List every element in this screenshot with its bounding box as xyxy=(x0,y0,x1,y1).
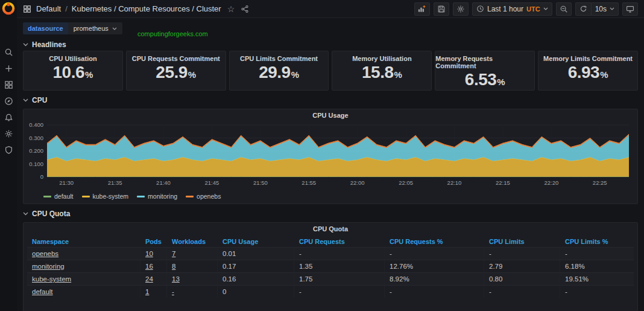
table-cell: 6.18% xyxy=(560,260,634,272)
zoom-out-time-button[interactable] xyxy=(556,2,572,16)
table-cell[interactable]: 10 xyxy=(140,248,167,260)
table-cell[interactable]: 13 xyxy=(167,273,218,285)
stat-value: 6.53% xyxy=(465,70,505,89)
svg-text:21:50: 21:50 xyxy=(253,179,268,186)
cpu-usage-panel-title[interactable]: CPU Usage xyxy=(27,112,634,121)
table-cell[interactable]: - xyxy=(167,286,218,298)
stat-title: Memory Limits Commitment xyxy=(543,55,633,62)
table-cell: 0.80 xyxy=(484,273,560,285)
stat-value: 25.9% xyxy=(156,63,196,82)
legend-item-openebs[interactable]: openebs xyxy=(186,193,221,200)
cycle-view-mode-button[interactable] xyxy=(622,2,638,16)
column-header-cpu-limits-[interactable]: CPU Limits % xyxy=(560,238,634,245)
cpu-usage-chart[interactable]: 00.1000.2000.3000.40021:3021:3521:4021:4… xyxy=(27,121,633,189)
table-cell: 8.92% xyxy=(385,273,484,285)
section-header-cpu-quota[interactable]: CPU Quota xyxy=(23,207,638,220)
svg-text:0.200: 0.200 xyxy=(29,147,43,154)
star-icon[interactable]: ☆ xyxy=(227,5,235,13)
column-header-cpu-requests[interactable]: CPU Requests xyxy=(294,238,385,245)
time-range-label: Last 1 hour xyxy=(487,5,523,13)
grafana-logo[interactable] xyxy=(2,2,15,15)
svg-text:22:10: 22:10 xyxy=(447,179,462,186)
chevron-down-icon xyxy=(543,7,548,10)
alerting-bell-icon[interactable] xyxy=(4,113,13,122)
svg-text:0.400: 0.400 xyxy=(29,121,43,128)
table-cell: - xyxy=(484,248,560,260)
table-cell[interactable]: 8 xyxy=(167,260,218,272)
legend-item-kube-system[interactable]: kube-system xyxy=(82,193,129,200)
table-row-openebs: openebs1070.01---- xyxy=(27,247,634,260)
section-header-headlines[interactable]: Headlines xyxy=(23,38,638,51)
breadcrumb-dashboard-title[interactable]: Kubernetes / Compute Resources / Cluster xyxy=(72,4,221,13)
datasource-variable-value[interactable]: prometheus xyxy=(68,22,122,34)
column-header-cpu-limits[interactable]: CPU Limits xyxy=(484,238,560,245)
stat-panel-cpu-utilisation[interactable]: CPU Utilisation 10.6% xyxy=(23,51,123,91)
legend-item-monitoring[interactable]: monitoring xyxy=(137,193,177,200)
table-cell[interactable]: 16 xyxy=(140,260,167,272)
toolbar: Last 1 hour UTC 10s xyxy=(414,2,638,16)
stat-value: 10.6% xyxy=(52,63,93,82)
table-cell: 2.79 xyxy=(484,260,560,272)
dashboard-grid-icon[interactable] xyxy=(23,5,31,13)
svg-text:21:35: 21:35 xyxy=(108,179,122,186)
dashboards-icon[interactable] xyxy=(4,80,13,89)
stat-panel-memory-utilisation[interactable]: Memory Utilisation 15.8% xyxy=(332,51,432,91)
table-cell: 0.16 xyxy=(218,273,294,285)
stat-panel-cpu-limits-commitment[interactable]: CPU Limits Commitment 29.9% xyxy=(229,51,329,91)
share-icon[interactable] xyxy=(241,5,249,13)
svg-text:21:40: 21:40 xyxy=(156,179,171,186)
column-header-cpu-usage[interactable]: CPU Usage xyxy=(218,238,294,245)
svg-text:21:55: 21:55 xyxy=(301,179,316,186)
svg-text:22:05: 22:05 xyxy=(399,179,413,186)
breadcrumb-folder[interactable]: Default xyxy=(36,4,61,13)
table-header-row: NamespacePodsWorkloadsCPU UsageCPU Reque… xyxy=(27,236,634,247)
clock-icon xyxy=(476,5,484,13)
svg-text:22:20: 22:20 xyxy=(544,179,558,186)
table-cell[interactable]: monitoring xyxy=(27,260,140,272)
svg-text:22:15: 22:15 xyxy=(496,179,510,186)
column-header-pods[interactable]: Pods xyxy=(140,238,167,245)
cpu-quota-panel: CPU Quota NamespacePodsWorkloadsCPU Usag… xyxy=(23,222,638,311)
legend-item-default[interactable]: default xyxy=(43,193,74,200)
table-cell[interactable]: kube-system xyxy=(27,273,140,285)
column-header-workloads[interactable]: Workloads xyxy=(167,238,218,245)
section-header-cpu[interactable]: CPU xyxy=(23,94,638,106)
table-cell[interactable]: 7 xyxy=(167,248,218,260)
refresh-group: 10s xyxy=(575,2,619,16)
stat-panel-memory-requests-commitment[interactable]: Memory Requests Commitment 6.53% xyxy=(435,51,535,91)
refresh-button[interactable] xyxy=(575,2,591,16)
save-dashboard-button[interactable] xyxy=(434,2,449,16)
table-cell[interactable]: 1 xyxy=(140,286,167,298)
server-admin-shield-icon[interactable] xyxy=(4,146,13,155)
configuration-gear-icon[interactable] xyxy=(4,129,13,138)
column-header-cpu-requests-[interactable]: CPU Requests % xyxy=(385,238,484,245)
time-range-picker[interactable]: Last 1 hour UTC xyxy=(472,2,552,16)
table-cell: 19.51% xyxy=(560,273,634,285)
cpu-quota-panel-title[interactable]: CPU Quota xyxy=(27,225,634,235)
refresh-interval-picker[interactable]: 10s xyxy=(591,2,619,16)
dashboard-submenu: datasource prometheus xyxy=(17,18,644,37)
explore-compass-icon[interactable] xyxy=(4,97,13,106)
add-panel-button[interactable] xyxy=(414,2,430,16)
stat-title: CPU Requests Commitment xyxy=(132,55,220,62)
svg-text:22:25: 22:25 xyxy=(593,179,607,186)
cpu-usage-panel: CPU Usage 00.1000.2000.3000.40021:3021:3… xyxy=(23,109,638,204)
table-row-monitoring: monitoring1680.171.3512.76%2.796.18% xyxy=(27,260,634,272)
svg-text:0.300: 0.300 xyxy=(29,135,43,141)
headline-stats-row: CPU Utilisation 10.6% CPU Requests Commi… xyxy=(23,51,638,91)
chevron-down-icon xyxy=(112,27,117,30)
table-cell[interactable]: 24 xyxy=(140,273,167,285)
table-cell[interactable]: default xyxy=(27,286,140,298)
stat-value: 6.93% xyxy=(568,63,608,82)
column-header-namespace[interactable]: Namespace xyxy=(27,238,140,245)
create-plus-icon[interactable] xyxy=(4,64,13,73)
svg-text:22:00: 22:00 xyxy=(350,179,365,186)
dashboard-settings-button[interactable] xyxy=(453,2,469,16)
search-icon[interactable] xyxy=(4,48,13,57)
legend-label: monitoring xyxy=(148,193,177,200)
table-cell[interactable]: openebs xyxy=(27,248,140,260)
stat-panel-cpu-requests-commitment[interactable]: CPU Requests Commitment 25.9% xyxy=(126,51,226,91)
stat-panel-memory-limits-commitment[interactable]: Memory Limits Commitment 6.93% xyxy=(538,51,638,91)
table-cell: - xyxy=(385,286,484,298)
datasource-variable-label: datasource xyxy=(23,22,68,34)
